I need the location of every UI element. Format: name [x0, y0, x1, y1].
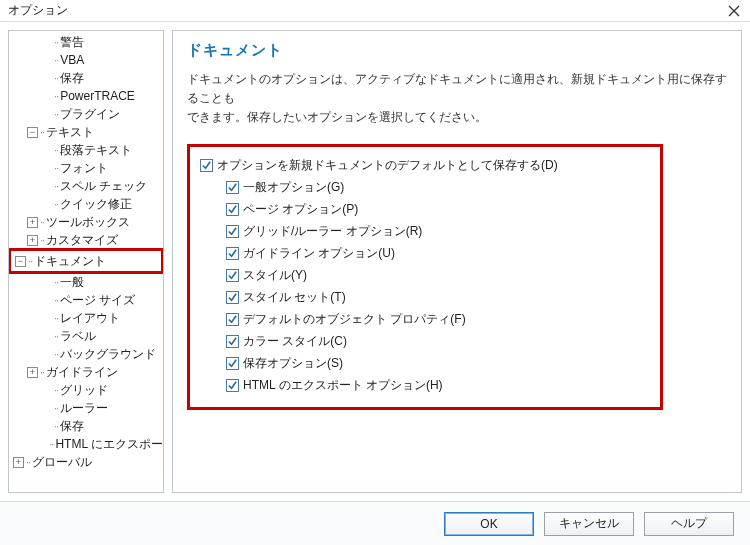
- expand-icon[interactable]: +: [13, 457, 24, 468]
- tree-item[interactable]: −·· テキスト: [9, 123, 163, 141]
- tree-connector: ··: [54, 348, 58, 360]
- tree-item[interactable]: ·· PowerTRACE: [9, 87, 163, 105]
- option-checkbox[interactable]: 一般オプション(G): [226, 177, 650, 199]
- tree-connector: ··: [49, 438, 53, 450]
- panel-heading: ドキュメント: [187, 41, 727, 60]
- tree-connector: ··: [40, 216, 44, 228]
- tree-item-label: クイック修正: [60, 196, 132, 213]
- tree-connector: ··: [40, 126, 44, 138]
- tree-item[interactable]: ·· HTML にエクスポー: [9, 435, 163, 453]
- tree-item[interactable]: ·· 警告: [9, 33, 163, 51]
- tree-item-label: 一般: [60, 274, 84, 291]
- highlighted-tree-item: −·· ドキュメント: [8, 248, 164, 274]
- tree-item[interactable]: ·· フォント: [9, 159, 163, 177]
- tree-item[interactable]: ·· 保存: [9, 69, 163, 87]
- checkbox-icon: [226, 225, 239, 238]
- option-checkbox[interactable]: デフォルトのオブジェクト プロパティ(F): [226, 309, 650, 331]
- tree-item[interactable]: ·· レイアウト: [9, 309, 163, 327]
- cancel-button[interactable]: キャンセル: [544, 512, 634, 536]
- tree-item-label: ページ サイズ: [60, 292, 135, 309]
- panel-description: ドキュメントのオプションは、アクティブなドキュメントに適用され、新規ドキュメント…: [187, 70, 727, 128]
- tree-item[interactable]: +·· ガイドライン: [9, 363, 163, 381]
- option-checkbox[interactable]: ガイドライン オプション(U): [226, 243, 650, 265]
- tree-item[interactable]: ·· クイック修正: [9, 195, 163, 213]
- tree-connector: ··: [54, 162, 58, 174]
- tree-item[interactable]: ·· VBA: [9, 51, 163, 69]
- tree-item[interactable]: −·· ドキュメント: [11, 252, 161, 270]
- tree-item[interactable]: ·· 保存: [9, 417, 163, 435]
- tree-item-label: グローバル: [32, 454, 92, 471]
- checkbox-icon: [226, 357, 239, 370]
- option-checkbox[interactable]: スタイル セット(T): [226, 287, 650, 309]
- tree-item[interactable]: ·· バックグラウンド: [9, 345, 163, 363]
- checkbox-label: スタイル セット(T): [243, 289, 346, 306]
- tree-item[interactable]: +·· カスタマイズ: [9, 231, 163, 249]
- tree-connector: ··: [54, 330, 58, 342]
- collapse-icon[interactable]: −: [27, 127, 38, 138]
- tree-item-label: テキスト: [46, 124, 94, 141]
- checkbox-icon: [226, 291, 239, 304]
- tree-item[interactable]: ·· ページ サイズ: [9, 291, 163, 309]
- tree-connector: ··: [28, 255, 32, 267]
- checkbox-icon: [226, 269, 239, 282]
- checkbox-label: 一般オプション(G): [243, 179, 344, 196]
- tree-item-label: バックグラウンド: [60, 346, 156, 363]
- tree-item[interactable]: ·· 一般: [9, 273, 163, 291]
- option-checkbox[interactable]: カラー スタイル(C): [226, 331, 650, 353]
- expand-icon[interactable]: +: [27, 235, 38, 246]
- dialog-body: ·· 警告·· VBA·· 保存·· PowerTRACE·· プラグイン−··…: [0, 22, 750, 501]
- checkbox-icon: [226, 379, 239, 392]
- tree-item-label: 段落テキスト: [60, 142, 132, 159]
- expand-icon[interactable]: +: [27, 367, 38, 378]
- tree-item-label: 保存: [60, 70, 84, 87]
- tree-item-label: フォント: [60, 160, 108, 177]
- options-tree: ·· 警告·· VBA·· 保存·· PowerTRACE·· プラグイン−··…: [8, 30, 164, 493]
- close-button[interactable]: [724, 1, 744, 21]
- tree-item[interactable]: ·· グリッド: [9, 381, 163, 399]
- option-checkbox[interactable]: HTML のエクスポート オプション(H): [226, 375, 650, 397]
- tree-item-label: 保存: [60, 418, 84, 435]
- checkbox-icon: [226, 247, 239, 260]
- tree-connector: ··: [54, 402, 58, 414]
- checkbox-label: グリッド/ルーラー オプション(R): [243, 223, 422, 240]
- close-icon: [728, 5, 740, 17]
- tree-item-label: プラグイン: [60, 106, 120, 123]
- tree-item-label: VBA: [60, 53, 84, 67]
- option-checkbox[interactable]: グリッド/ルーラー オプション(R): [226, 221, 650, 243]
- tree-item-label: レイアウト: [60, 310, 120, 327]
- tree-connector: ··: [54, 36, 58, 48]
- tree-item-label: グリッド: [60, 382, 108, 399]
- tree-connector: ··: [54, 198, 58, 210]
- tree-connector: ··: [54, 54, 58, 66]
- tree-connector: ··: [54, 144, 58, 156]
- checkbox-label: ページ オプション(P): [243, 201, 358, 218]
- help-button[interactable]: ヘルプ: [644, 512, 734, 536]
- tree-connector: ··: [54, 72, 58, 84]
- window-title: オプション: [8, 2, 68, 19]
- checkbox-label: ガイドライン オプション(U): [243, 245, 395, 262]
- expand-icon[interactable]: +: [27, 217, 38, 228]
- save-as-default-checkbox[interactable]: オプションを新規ドキュメントのデフォルトとして保存する(D): [200, 155, 650, 177]
- collapse-icon[interactable]: −: [15, 256, 26, 267]
- option-checkbox[interactable]: スタイル(Y): [226, 265, 650, 287]
- tree-item[interactable]: ·· プラグイン: [9, 105, 163, 123]
- option-checkbox[interactable]: 保存オプション(S): [226, 353, 650, 375]
- tree-item-label: スペル チェック: [60, 178, 147, 195]
- tree-item[interactable]: +·· グローバル: [9, 453, 163, 471]
- tree-item[interactable]: +·· ツールボックス: [9, 213, 163, 231]
- tree-connector: ··: [40, 234, 44, 246]
- tree-item[interactable]: ·· スペル チェック: [9, 177, 163, 195]
- document-options-panel: ドキュメント ドキュメントのオプションは、アクティブなドキュメントに適用され、新…: [172, 30, 742, 493]
- tree-connector: ··: [54, 312, 58, 324]
- ok-button[interactable]: OK: [444, 512, 534, 536]
- tree-item-label: ルーラー: [60, 400, 108, 417]
- tree-connector: ··: [54, 108, 58, 120]
- tree-connector: ··: [54, 384, 58, 396]
- option-checkbox[interactable]: ページ オプション(P): [226, 199, 650, 221]
- checkbox-icon: [226, 203, 239, 216]
- tree-item-label: ラベル: [60, 328, 96, 345]
- checkbox-label: 保存オプション(S): [243, 355, 343, 372]
- tree-item[interactable]: ·· ルーラー: [9, 399, 163, 417]
- tree-item[interactable]: ·· ラベル: [9, 327, 163, 345]
- tree-item[interactable]: ·· 段落テキスト: [9, 141, 163, 159]
